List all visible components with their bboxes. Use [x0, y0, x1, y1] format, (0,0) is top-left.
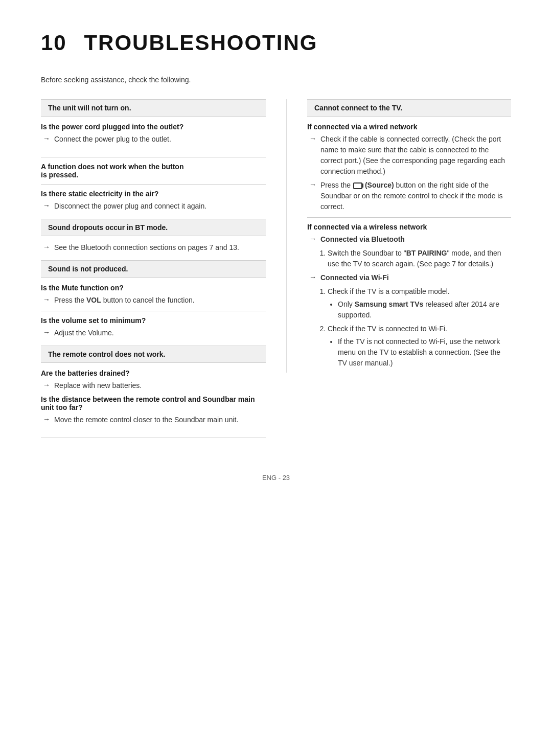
wifi-step-1: Check if the TV is a compatible model. O…	[328, 286, 511, 320]
question-power-cord: Is the power cord plugged into the outle…	[41, 123, 266, 131]
question-distance: Is the distance between the remote contr…	[41, 395, 266, 411]
divider	[41, 311, 266, 311]
section-unit-no-turn-on: The unit will not turn on. Is the power …	[41, 99, 266, 148]
bullet-power-cord: → Connect the power plug to the outlet.	[41, 134, 266, 145]
question-static: Is there static electricity in the air?	[41, 190, 266, 198]
arrow-icon: →	[309, 134, 316, 143]
left-column: The unit will not turn on. Is the power …	[41, 99, 266, 443]
bullet-text-volume: Adjust the Volume.	[54, 328, 114, 338]
right-col-inner: Cannot connect to the TV. If connected v…	[286, 99, 511, 373]
arrow-icon: →	[43, 201, 50, 210]
wifi-step-2-dots: If the TV is not connected to Wi-Fi, use…	[328, 336, 511, 369]
bullet-static: → Disconnect the power plug and connect …	[41, 201, 266, 212]
question-mute: Is the Mute function on?	[41, 284, 266, 292]
right-column: Cannot connect to the TV. If connected v…	[286, 99, 511, 443]
bullet-text-batteries: Replace with new batteries.	[54, 380, 142, 391]
question-volume: Is the volume set to minimum?	[41, 316, 266, 325]
wifi-dot-1: Only Samsung smart TVs released after 20…	[338, 299, 511, 320]
bluetooth-ol: Switch the Soundbar to "BT PAIRING" mode…	[317, 248, 511, 269]
main-content: The unit will not turn on. Is the power …	[41, 99, 511, 443]
section-cannot-connect: Cannot connect to the TV. If connected v…	[307, 99, 511, 369]
section-remote-no-work: The remote control does not work. Are th…	[41, 346, 266, 428]
arrow-icon: →	[309, 235, 316, 243]
title-text: TROUBLESHOOTING	[84, 31, 317, 55]
bluetooth-numbered-list: Switch the Soundbar to "BT PAIRING" mode…	[307, 248, 511, 269]
bullet-text-bluetooth: See the Bluetooth connection sections on…	[54, 242, 239, 253]
bullet-text-wired-1: Check if the cable is connected correctl…	[320, 134, 511, 177]
wifi-step-1-dots: Only Samsung smart TVs released after 20…	[328, 299, 511, 320]
arrow-icon: →	[43, 243, 50, 251]
chapter-number: 10	[41, 31, 67, 55]
arrow-icon: →	[309, 273, 316, 281]
section-sound-not-produced: Sound is not produced. Is the Mute funct…	[41, 260, 266, 341]
connected-wifi-text: Connected via Wi-Fi	[320, 272, 389, 283]
bullet-wired-1: → Check if the cable is connected correc…	[307, 134, 511, 177]
section-header-function: A function does not work when the button…	[41, 163, 266, 179]
question-batteries: Are the batteries drained?	[41, 369, 266, 377]
bullet-distance: → Move the remote control closer to the …	[41, 415, 266, 425]
bullet-text-wired-2: Press the (Source) button on the right s…	[320, 180, 511, 212]
bullet-mute: → Press the VOL button to cancel the fun…	[41, 295, 266, 306]
arrow-icon: →	[43, 381, 50, 389]
bullet-volume: → Adjust the Volume.	[41, 328, 266, 338]
section-header-unit: The unit will not turn on.	[41, 99, 266, 117]
wifi-ol: Check if the TV is a compatible model. O…	[317, 286, 511, 369]
arrow-icon: →	[43, 295, 50, 304]
bullet-text-power-cord: Connect the power plug to the outlet.	[54, 134, 171, 145]
divider	[41, 184, 266, 185]
connected-bluetooth-label: → Connected via Bluetooth	[307, 234, 511, 245]
bullet-batteries: → Replace with new batteries.	[41, 380, 266, 391]
wifi-step-2: Check if the TV is connected to Wi-Fi. I…	[328, 324, 511, 369]
wifi-content: Check if the TV is a compatible model. O…	[307, 286, 511, 369]
section-sound-dropouts: Sound dropouts occur in BT mode. → See t…	[41, 219, 266, 256]
subsection-wired: If connected via a wired network	[307, 123, 511, 131]
divider	[41, 438, 266, 438]
bullet-bluetooth: → See the Bluetooth connection sections …	[41, 242, 266, 253]
connected-wifi-label: → Connected via Wi-Fi	[307, 272, 511, 283]
arrow-icon: →	[43, 328, 50, 336]
section-header-dropouts: Sound dropouts occur in BT mode.	[41, 219, 266, 236]
divider	[41, 157, 266, 157]
wifi-dot-2: If the TV is not connected to Wi-Fi, use…	[338, 336, 511, 369]
section-header-remote: The remote control does not work.	[41, 346, 266, 363]
arrow-icon: →	[309, 180, 316, 189]
arrow-icon: →	[43, 415, 50, 423]
divider	[307, 217, 511, 218]
section-header-tv: Cannot connect to the TV.	[307, 99, 511, 117]
bullet-wired-2: → Press the (Source) button on the right…	[307, 180, 511, 212]
section-header-sound: Sound is not produced.	[41, 260, 266, 278]
bluetooth-step-1: Switch the Soundbar to "BT PAIRING" mode…	[328, 248, 511, 269]
bullet-text-distance: Move the remote control closer to the So…	[54, 415, 238, 425]
footer: ENG - 23	[41, 474, 511, 482]
arrow-icon: →	[43, 134, 50, 143]
subsection-wireless: If connected via a wireless network	[307, 223, 511, 231]
bullet-text-mute: Press the VOL button to cancel the funct…	[54, 295, 195, 306]
bullet-text-static: Disconnect the power plug and connect it…	[54, 201, 206, 212]
intro-paragraph: Before seeking assistance, check the fol…	[41, 76, 511, 84]
section-function-no-work: A function does not work when the button…	[41, 163, 266, 215]
page-title: 10 TROUBLESHOOTING	[41, 31, 511, 55]
connected-bluetooth-text: Connected via Bluetooth	[320, 234, 405, 245]
